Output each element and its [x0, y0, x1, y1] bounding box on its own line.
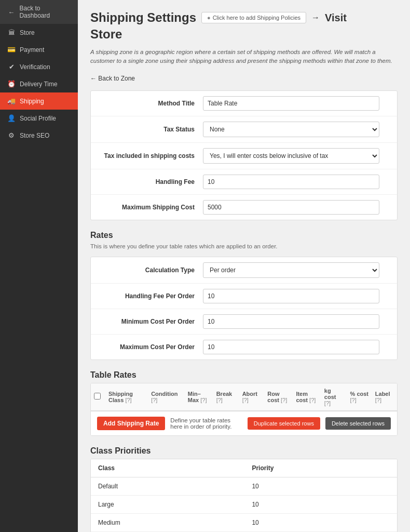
sidebar-item-shipping[interactable]: 🚚 Shipping — [0, 92, 78, 110]
calculation-type-row: Calculation Type Per order Per item Per … — [91, 257, 397, 284]
sidebar-item-store-seo[interactable]: ⚙ Store SEO — [0, 127, 78, 144]
method-title-input[interactable] — [203, 96, 379, 111]
handling-fee-per-order-label: Handling Fee Per Order — [99, 292, 203, 300]
handling-fee-per-order-control — [203, 289, 379, 303]
zone-description: A shipping zone is a geographic region w… — [90, 48, 398, 66]
visit-label: Visit — [325, 12, 347, 24]
kg-cost-header: kg cost [?] — [321, 383, 347, 411]
table-rates-section: Table Rates Shipping Class [?] Condition… — [90, 370, 398, 436]
shipping-icon: 🚚 — [7, 97, 16, 105]
class-priorities-title: Class Priorities — [90, 446, 398, 456]
min-cost-row: Minimum Cost Per Order — [91, 309, 397, 335]
rates-section: Rates This is where you define your tabl… — [90, 231, 398, 360]
method-settings-form: Method Title Tax Status None Taxable Not… — [90, 90, 398, 220]
table-row: Medium 10 — [91, 513, 397, 531]
min-cost-control — [203, 314, 379, 329]
payment-icon: 💳 — [7, 46, 16, 54]
select-all-header — [91, 383, 105, 411]
sidebar-item-verification[interactable]: ✔ Verification — [0, 58, 78, 75]
table-row: Default 10 — [91, 477, 397, 495]
class-cell: Medium — [91, 513, 244, 531]
verification-icon: ✔ — [7, 63, 16, 71]
class-cell: Default — [91, 477, 244, 495]
priority-cell: 10 — [244, 495, 397, 513]
rates-section-desc: This is where you define your table rate… — [90, 243, 398, 249]
max-shipping-input[interactable] — [203, 200, 379, 215]
max-cost-row: Maximum Cost Per Order — [91, 335, 397, 360]
store-seo-icon: ⚙ — [7, 131, 16, 139]
main-content: Shipping Settings ● Click here to add Sh… — [78, 0, 410, 532]
tax-included-select[interactable]: Yes, I will enter costs below inclusive … — [203, 148, 379, 164]
social-profile-icon: 👤 — [7, 114, 16, 122]
page-header: Shipping Settings ● Click here to add Sh… — [90, 10, 398, 25]
class-priorities-section: Class Priorities Class Priority Default … — [90, 446, 398, 533]
tax-status-select[interactable]: None Taxable Not Taxable — [203, 122, 379, 137]
sidebar-item-delivery-time[interactable]: ⏰ Delivery Time — [0, 75, 78, 92]
rates-form: Calculation Type Per order Per item Per … — [90, 257, 398, 360]
rates-table-container: Shipping Class [?] Condition [?] Min–Max… — [90, 383, 398, 436]
priorities-table: Class Priority Default 10 Large 10 Mediu… — [91, 459, 397, 533]
table-footer-text: Define your table rates here in order of… — [170, 417, 242, 430]
table-footer: Add Shipping Rate Define your table rate… — [91, 411, 397, 435]
back-to-zone-link[interactable]: ← Back to Zone — [90, 75, 135, 82]
method-title-row: Method Title — [91, 91, 397, 116]
back-arrow-icon: ← — [7, 8, 15, 16]
max-cost-control — [203, 340, 379, 354]
table-row: Large 10 — [91, 495, 397, 513]
delivery-time-icon: ⏰ — [7, 80, 16, 88]
item-cost-header: Item cost [?] — [293, 383, 321, 411]
handling-fee-row: Handling Fee — [91, 169, 397, 195]
abort-header: Abort [?] — [239, 383, 265, 411]
sidebar-item-back-to-dashboard[interactable]: ← Back to Dashboard — [0, 0, 78, 24]
condition-header: Condition [?] — [148, 383, 185, 411]
shipping-class-header: Shipping Class [?] — [105, 383, 148, 411]
row-cost-header: Row cost [?] — [264, 383, 293, 411]
max-shipping-cost-row: Maximum Shipping Cost — [91, 195, 397, 220]
handling-fee-label: Handling Fee — [99, 178, 203, 185]
select-all-checkbox[interactable] — [94, 393, 101, 400]
tax-included-control: Yes, I will enter costs below inclusive … — [203, 148, 379, 164]
max-shipping-label: Maximum Shipping Cost — [99, 204, 203, 211]
delete-rows-button[interactable]: Delete selected rows — [325, 417, 391, 430]
dot-icon: ● — [207, 15, 211, 21]
sidebar: ← Back to Dashboard 🏛 Store 💳 Payment ✔ … — [0, 0, 78, 532]
label-header: Label [?] — [372, 383, 397, 411]
store-subtitle: Store — [90, 27, 398, 42]
priority-cell: 10 — [244, 513, 397, 531]
max-shipping-control — [203, 200, 379, 215]
max-cost-label: Maximum Cost Per Order — [99, 343, 203, 351]
table-rates-title: Table Rates — [90, 370, 398, 380]
add-shipping-rate-button[interactable]: Add Shipping Rate — [97, 417, 165, 430]
tax-status-row: Tax Status None Taxable Not Taxable — [91, 116, 397, 143]
sidebar-item-social-profile[interactable]: 👤 Social Profile — [0, 110, 78, 127]
calculation-type-label: Calculation Type — [99, 267, 203, 274]
calculation-type-control: Per order Per item Per line item Per cla… — [203, 262, 379, 278]
class-column-header: Class — [91, 459, 244, 477]
tax-status-label: Tax Status — [99, 126, 203, 133]
min-cost-label: Minimum Cost Per Order — [99, 318, 203, 325]
priority-cell: 10 — [244, 477, 397, 495]
handling-fee-control — [203, 175, 379, 189]
add-policies-button[interactable]: ● Click here to add Shipping Policies — [201, 12, 306, 23]
sidebar-item-store[interactable]: 🏛 Store — [0, 24, 78, 41]
arrow-icon: → — [311, 13, 320, 22]
duplicate-rows-button[interactable]: Duplicate selected rows — [248, 417, 320, 430]
max-cost-input[interactable] — [203, 340, 379, 354]
handling-fee-per-order-row: Handling Fee Per Order — [91, 284, 397, 309]
break-header: Break [?] — [213, 383, 239, 411]
sidebar-item-payment[interactable]: 💳 Payment — [0, 41, 78, 58]
priority-column-header: Priority — [244, 459, 397, 477]
percent-cost-header: % cost [?] — [347, 383, 372, 411]
tax-included-row: Tax included in shipping costs Yes, I wi… — [91, 143, 397, 169]
calculation-type-select[interactable]: Per order Per item Per line item Per cla… — [203, 262, 379, 278]
tax-included-label: Tax included in shipping costs — [99, 152, 203, 159]
class-cell: Large — [91, 495, 244, 513]
method-title-control — [203, 96, 379, 111]
rates-section-title: Rates — [90, 231, 398, 240]
priorities-table-container: Class Priority Default 10 Large 10 Mediu… — [90, 459, 398, 533]
min-cost-input[interactable] — [203, 314, 379, 329]
handling-fee-input[interactable] — [203, 175, 379, 189]
method-title-label: Method Title — [99, 100, 203, 107]
page-title: Shipping Settings — [90, 10, 196, 25]
handling-fee-per-order-input[interactable] — [203, 289, 379, 303]
